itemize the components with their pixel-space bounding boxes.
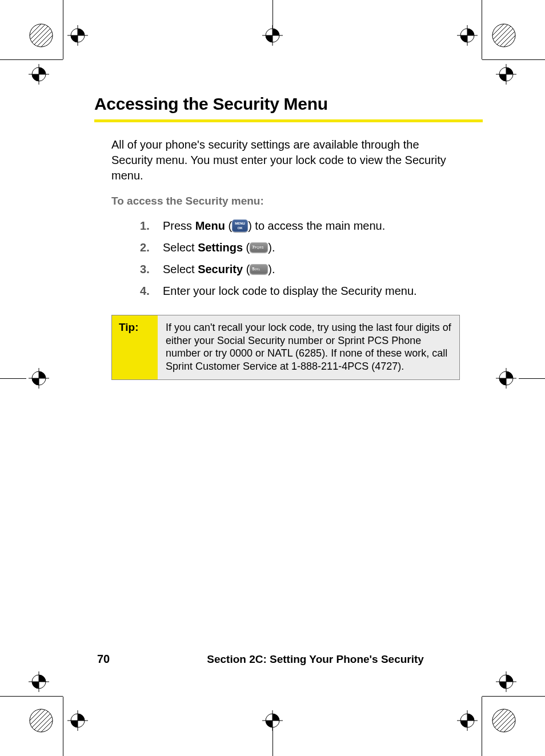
registration-mark-icon [262, 25, 283, 46]
step-4: Enter your lock code to display the Secu… [140, 283, 460, 299]
menu-ok-key-icon: MENUOK [232, 219, 248, 232]
hatch-circle-icon [491, 708, 516, 733]
registration-mark-icon [496, 64, 516, 85]
tip-label: Tip: [112, 315, 158, 379]
registration-mark-icon [262, 710, 283, 731]
step-1: Press Menu (MENUOK) to access the main m… [140, 218, 460, 234]
heading-rule [94, 119, 483, 122]
step-2: Select Settings (7PQRS). [140, 239, 460, 255]
registration-mark-icon [29, 671, 49, 692]
page-content: Accessing the Security Menu All of your … [63, 57, 483, 697]
page-number: 70 [97, 653, 110, 666]
step-3: Select Security (5JKL). [140, 261, 460, 277]
tip-box: Tip: If you can't recall your lock code,… [111, 315, 460, 380]
hatch-circle-icon [29, 708, 54, 733]
hatch-circle-icon [491, 23, 516, 48]
registration-mark-icon [29, 368, 49, 389]
hatch-circle-icon [29, 23, 54, 48]
registration-mark-icon [457, 25, 478, 46]
key-5-icon: 5JKL [250, 264, 268, 274]
registration-mark-icon [496, 368, 516, 389]
registration-mark-icon [29, 64, 49, 85]
steps-list: Press Menu (MENUOK) to access the main m… [140, 218, 460, 299]
registration-mark-icon [67, 25, 88, 46]
page-footer: 70 Section 2C: Setting Your Phone's Secu… [97, 653, 480, 666]
registration-mark-icon [67, 710, 88, 731]
intro-paragraph: All of your phone's security settings ar… [111, 137, 448, 183]
subheading: To access the Security menu: [111, 195, 483, 207]
key-7-icon: 7PQRS [250, 242, 268, 253]
registration-mark-icon [496, 671, 516, 692]
tip-body: If you can't recall your lock code, try … [158, 315, 459, 379]
section-title: Section 2C: Setting Your Phone's Securit… [207, 653, 424, 666]
registration-mark-icon [457, 710, 478, 731]
page-heading: Accessing the Security Menu [94, 94, 483, 114]
